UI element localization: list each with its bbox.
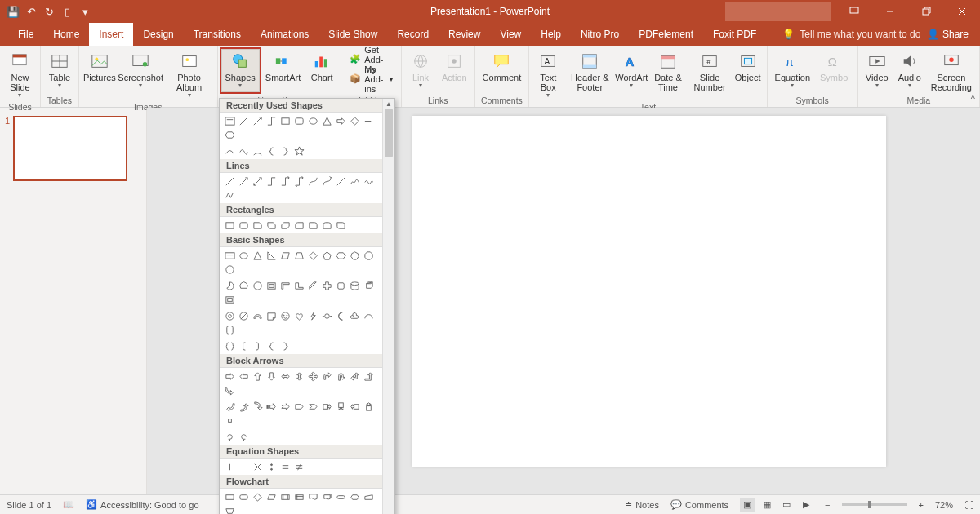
shape-line-arrow[interactable] [237, 175, 250, 188]
shape-rt-triangle[interactable] [265, 249, 278, 262]
redo-icon[interactable]: ↻ [42, 5, 56, 18]
shape-equal-sign[interactable] [278, 460, 292, 473]
shape-elbow-double-arrow[interactable] [292, 175, 305, 188]
shape-decision[interactable] [251, 490, 264, 503]
slide-canvas[interactable] [412, 116, 886, 467]
shape-scribble[interactable] [362, 175, 375, 188]
shape-star[interactable] [292, 144, 305, 157]
shape-donut[interactable] [223, 309, 236, 322]
restore-button[interactable] [908, 0, 944, 23]
shape-freeform-line[interactable] [348, 175, 361, 188]
text-box-button[interactable]: A Text Box ▾ [532, 49, 564, 102]
zoom-slider[interactable] [842, 503, 907, 506]
shape-moon[interactable] [334, 309, 347, 322]
shape-round2-same[interactable] [320, 219, 333, 232]
shape-triangle2[interactable] [251, 249, 264, 262]
zoom-level[interactable]: 72% [935, 500, 953, 510]
tab-view[interactable]: View [490, 23, 531, 46]
shape-curved-arrow[interactable] [320, 175, 333, 188]
shape-line[interactable] [237, 114, 250, 127]
shape-document[interactable] [306, 490, 319, 503]
comment-button[interactable]: Comment [479, 49, 526, 85]
tab-review[interactable]: Review [439, 23, 490, 46]
shape-lightning[interactable] [306, 309, 319, 322]
minimize-button[interactable] [872, 0, 908, 23]
shape-left-callout[interactable] [348, 400, 361, 413]
link-button[interactable]: Link ▾ [405, 49, 436, 92]
qat-more-icon[interactable]: ▾ [78, 5, 91, 18]
symbol-button[interactable]: Ω Symbol [816, 49, 854, 85]
shape-preparation[interactable] [348, 490, 361, 503]
object-button[interactable]: Object [733, 49, 764, 85]
shape-up-arrow[interactable] [251, 370, 264, 383]
table-button[interactable]: Table ▾ [44, 49, 75, 92]
dropdown-scrollbar[interactable]: ▲ ▼ [382, 99, 394, 514]
notes-button[interactable]: ≐ Notes [625, 499, 659, 510]
screen-recording-button[interactable]: Screen Recording [927, 49, 976, 95]
tab-home[interactable]: Home [43, 23, 89, 46]
tab-animations[interactable]: Animations [251, 23, 318, 46]
shape-bent-arrow[interactable] [320, 370, 333, 383]
shape-up-callout[interactable] [362, 400, 375, 413]
zoom-out-button[interactable]: − [825, 500, 830, 510]
shape-quad-arrow[interactable] [306, 370, 319, 383]
shape-rounded-rect[interactable] [292, 114, 305, 127]
shape-frame[interactable] [265, 279, 278, 292]
shape-down-callout[interactable] [334, 400, 347, 413]
shape-l-shape[interactable] [292, 279, 305, 292]
my-addins-button[interactable]: 📦 My Add-ins ▾ [350, 70, 393, 88]
photo-album-button[interactable]: Photo Album ▾ [164, 49, 213, 102]
shape-triangle[interactable] [320, 114, 333, 127]
shape-plaque[interactable] [334, 279, 347, 292]
shape-curved-double[interactable] [334, 175, 347, 188]
shape-double-bracket[interactable] [223, 323, 236, 336]
shape-double-brace[interactable] [223, 339, 236, 352]
shape-parallelogram[interactable] [278, 249, 292, 262]
shape-can[interactable] [348, 279, 361, 292]
shape-no-sign[interactable] [237, 309, 250, 322]
shape-round2-diag[interactable] [334, 219, 347, 232]
shape-right-arrow[interactable] [334, 114, 347, 127]
shape-sun[interactable] [320, 309, 333, 322]
shape-rect[interactable] [223, 219, 236, 232]
shape-octagon[interactable] [362, 249, 375, 262]
shape-arrow-open[interactable] [362, 114, 375, 127]
shape-curved-right[interactable] [223, 383, 236, 397]
normal-view-icon[interactable]: ▣ [740, 498, 755, 512]
tab-record[interactable]: Record [387, 23, 439, 46]
shape-multi-doc[interactable] [320, 490, 333, 503]
shape-folded-corner[interactable] [265, 309, 278, 322]
shape-freeform[interactable] [237, 144, 250, 157]
comments-button[interactable]: 💬 Comments [670, 499, 728, 510]
shape-predefined[interactable] [278, 490, 292, 503]
slide-number-button[interactable]: # Slide Number [689, 49, 731, 95]
shape-oval2[interactable] [237, 249, 250, 262]
tab-design[interactable]: Design [133, 23, 183, 46]
shape-internal-storage[interactable] [292, 490, 305, 503]
tab-slideshow[interactable]: Slide Show [318, 23, 387, 46]
tab-pdfelement[interactable]: PDFelement [629, 23, 703, 46]
shape-plus[interactable] [320, 279, 333, 292]
shape-polygon-line[interactable] [223, 188, 236, 202]
shape-line[interactable] [223, 175, 236, 188]
shape-hexagon[interactable] [223, 128, 236, 141]
shape-diamond2[interactable] [306, 249, 319, 262]
wordart-button[interactable]: A WordArt ▾ [616, 49, 647, 92]
shape-multiply-sign[interactable] [251, 460, 264, 473]
shape-snip2-same[interactable] [265, 219, 278, 232]
shape-diamond[interactable] [348, 114, 361, 127]
shape-trapezoid[interactable] [292, 249, 305, 262]
shape-manual-op[interactable] [223, 504, 236, 514]
shape-curved-left[interactable] [223, 400, 236, 413]
zoom-handle[interactable] [868, 501, 871, 508]
undo-icon[interactable]: ↶ [24, 5, 38, 18]
tab-help[interactable]: Help [531, 23, 571, 46]
shape-right-brace[interactable] [278, 339, 292, 352]
shape-elbow-arrow[interactable] [278, 175, 292, 188]
header-footer-button[interactable]: Header & Footer [565, 49, 614, 95]
shape-quad-callout[interactable] [223, 414, 236, 427]
shape-cloud[interactable] [348, 309, 361, 322]
shape-circular-arrow2[interactable] [237, 430, 250, 443]
shape-pentagon[interactable] [320, 249, 333, 262]
date-time-button[interactable]: Date & Time [648, 49, 687, 95]
